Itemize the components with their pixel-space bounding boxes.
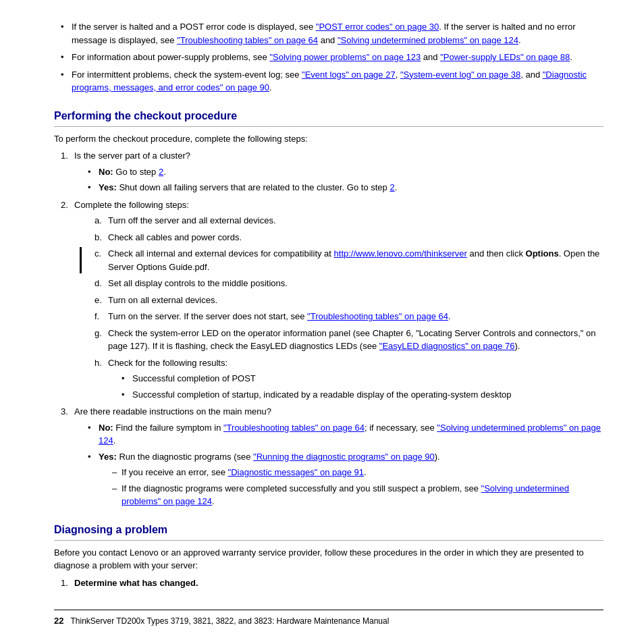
step-2e-text: Turn on all external devices. [108,295,217,305]
step-3-sub: No: Find the failure symptom in "Trouble… [74,421,603,508]
section2-heading: Diagnosing a problem [54,522,603,541]
step-2f: f. Turn on the server. If the server doe… [95,310,603,323]
bullet-2-text-before: For information about power-supply probl… [72,52,269,62]
footer-page-num: 22 [54,614,63,628]
step-1-yes-label: Yes: [99,182,117,192]
bullet-1-text-mid2: and [318,35,338,45]
step-2-text: Complete the following steps: [74,200,189,210]
footer: 22 ThinkServer TD200x Types 3719, 3821, … [54,610,603,628]
link-solving-undetermined-1[interactable]: "Solving undetermined problems" on page … [338,35,518,45]
step-1-no: No: Go to step 2. [88,165,603,179]
dash-2: If the diagnostic programs were complete… [112,482,603,508]
step-2h: h. Check for the following results: Succ… [95,356,603,402]
step-2c-letter: c. [95,247,101,261]
link-running-diagnostics[interactable]: "Running the diagnostic programs" on pag… [253,452,435,462]
step-1-no-text: Go to step [115,167,159,177]
link-troubleshooting-tables-3[interactable]: "Troubleshooting tables" on page 64 [223,423,365,433]
step-2g-text-after: ). [515,341,520,351]
link-solving-power[interactable]: "Solving power problems" on page 123 [269,52,421,62]
step-2a-letter: a. [95,214,102,227]
step-3: 3. Are there readable instructions on th… [61,405,603,508]
step-3-no-text-before: Find the failure symptom in [115,423,223,433]
link-diagnostic-messages[interactable]: "Diagnostic messages" on page 91 [228,467,364,477]
section1-intro: To perform the checkout procedure, compl… [54,132,603,146]
step-2b-text: Check all cables and power cords. [108,232,242,242]
step-2e: e. Turn on all external devices. [95,294,603,307]
step-2d-text: Set all display controls to the middle p… [108,278,288,288]
result-2: Successful completion of startup, indica… [122,388,603,402]
step-2c-options: Options [526,248,559,259]
step-1: 1. Is the server part of a cluster? No: … [61,149,603,194]
section2-step-1-text: Determine what has changed. [74,578,198,588]
link-lenovo-thinkserver[interactable]: http://www.lenovo.com/thinkserver [334,248,467,259]
section2-step-1: 1. Determine what has changed. [61,576,603,590]
change-bar [80,247,82,273]
step-2f-text-before: Turn on the server. If the server does n… [108,311,307,321]
step-2a-text: Turn off the server and all external dev… [108,215,276,225]
step-1-num: 1. [61,149,68,163]
step-2h-letter: h. [95,356,102,370]
dash-1-period: . [364,467,367,477]
bullet-3-text-before: For intermittent problems, check the sys… [72,70,302,80]
step-2b-letter: b. [95,231,102,244]
step-2g-letter: g. [95,327,102,340]
dash-2-text-before: If the diagnostic programs were complete… [122,483,481,493]
bullet-1-text-before: If the server is halted and a POST error… [72,22,316,32]
step-3-no: No: Find the failure symptom in "Trouble… [88,421,603,448]
step-2c: c. Check all internal and external devic… [95,247,603,273]
link-system-event-log[interactable]: "System-event log" on page 38 [400,70,520,80]
link-step-2-b[interactable]: 2 [390,182,394,192]
step-3-yes-text-after: ). [435,452,440,462]
link-troubleshooting-tables-2[interactable]: "Troubleshooting tables" on page 64 [307,311,448,321]
step-3-no-label: No: [99,423,113,433]
step-1-no-period: . [163,167,166,177]
bullet-3-and: , and [520,70,543,80]
bullet-3-period: . [269,82,272,92]
step-2e-letter: e. [95,294,102,307]
step-3-no-semicolon: ; if necessary, see [365,423,437,433]
step-1-no-label: No: [99,167,113,177]
bullet-item-2: For information about power-supply probl… [61,51,603,64]
step-2c-text-mid: and then click [467,248,526,259]
step-3-yes-label: Yes: [99,452,117,462]
step-1-yes-text: Shut down all failing servers that are r… [119,182,390,192]
step-1-yes: Yes: Shut down all failing servers that … [88,181,603,194]
page-content: If the server is halted and a POST error… [54,20,603,628]
section2-step-1-num: 1. [61,576,68,590]
link-easyled[interactable]: "EasyLED diagnostics" on page 76 [379,341,515,351]
bullet-1-text-after: . [518,35,521,45]
step-2a: a. Turn off the server and all external … [95,214,603,227]
link-event-logs[interactable]: "Event logs" on page 27 [302,70,396,80]
step-3-num: 3. [61,405,68,419]
step-2c-text-before: Check all internal and external devices … [108,248,334,259]
step-2g: g. Check the system-error LED on the ope… [95,327,603,353]
link-troubleshooting-tables-1[interactable]: "Troubleshooting tables" on page 64 [177,35,318,45]
step-3-yes-text-before: Run the diagnostic programs (see [119,452,253,462]
step-2f-text-after: . [448,311,451,321]
top-bullet-list: If the server is halted and a POST error… [54,20,603,95]
link-power-supply-leds[interactable]: "Power-supply LEDs" on page 88 [440,52,570,62]
step-3-no-period: . [113,435,116,446]
bullet-2-text-mid: and [421,52,440,62]
step-3-yes-dashes: If you receive an error, see "Diagnostic… [99,466,603,508]
bullet-item-3: For intermittent problems, check the sys… [61,68,603,95]
step-2d: d. Set all display controls to the middl… [95,277,603,290]
bullet-3-comma1: , [396,70,400,80]
section2-intro: Before you contact Lenovo or an approved… [54,546,603,572]
step-1-sub: No: Go to step 2. Yes: Shut down all fai… [74,165,603,194]
step-2: 2. Complete the following steps: a. Turn… [61,198,603,402]
step-2-num: 2. [61,198,68,212]
step-2f-letter: f. [95,310,99,323]
step-2-alpha: a. Turn off the server and all external … [74,214,603,401]
step-2d-letter: d. [95,277,102,290]
step-2h-text: Check for the following results: [108,358,227,368]
result-1-text: Successful completion of POST [132,373,256,383]
result-1: Successful completion of POST [122,372,603,385]
link-post-error-codes[interactable]: "POST error codes" on page 30 [316,22,439,32]
step-2b: b. Check all cables and power cords. [95,231,603,244]
section1-steps: 1. Is the server part of a cluster? No: … [54,149,603,508]
result-2-text: Successful completion of startup, indica… [132,390,511,400]
bullet-item-1: If the server is halted and a POST error… [61,20,603,47]
step-2g-text-before: Check the system-error LED on the operat… [108,328,595,352]
dash-1-text-before: If you receive an error, see [122,467,228,477]
